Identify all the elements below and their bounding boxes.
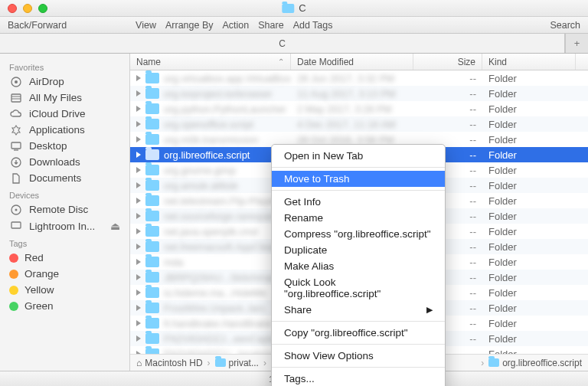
back-forward-button[interactable]: Back/Forward: [8, 20, 67, 31]
sidebar-item-downloads[interactable]: Downloads: [0, 154, 129, 170]
table-row[interactable]: org.openoffice.script 4 Dec 2017, 11:18 …: [130, 116, 588, 132]
file-size: --: [469, 287, 476, 299]
path-leaf[interactable]: org.libreoffice.script: [488, 358, 582, 368]
menu-label: Rename: [284, 212, 323, 224]
menu-tags[interactable]: Tags...: [272, 371, 445, 386]
sidebar-item-all-my-files[interactable]: All My Files: [0, 90, 129, 106]
menu-open-new-tab[interactable]: Open in New Tab: [272, 148, 445, 164]
menu-show-view-options[interactable]: Show View Options: [272, 348, 445, 364]
column-size[interactable]: Size: [413, 54, 482, 70]
menu-rename[interactable]: Rename: [272, 210, 445, 226]
disclosure-triangle-icon[interactable]: [136, 244, 141, 250]
menu-compress[interactable]: Compress "org.libreoffice.script": [272, 226, 445, 242]
chevron-right-icon: ›: [207, 358, 211, 368]
sidebar-item-applications[interactable]: Applications: [0, 122, 129, 138]
sidebar-item-lightroom-in-[interactable]: Lightroom In...⏏: [0, 218, 129, 234]
folder-icon: [145, 226, 159, 237]
tab-add-button[interactable]: +: [565, 34, 588, 53]
menu-separator: [272, 167, 445, 168]
eject-icon[interactable]: ⏏: [110, 220, 120, 232]
tab-c[interactable]: C: [0, 34, 565, 53]
column-date[interactable]: Date Modified: [291, 54, 413, 70]
sidebar-item-label: Red: [24, 252, 44, 263]
file-name: FN2V83ADZJ...eenCapture: [164, 333, 286, 345]
toolbar: Back/Forward View Arrange By Action Shar…: [0, 17, 588, 34]
disclosure-triangle-icon[interactable]: [136, 274, 141, 280]
menu-get-info[interactable]: Get Info: [272, 194, 445, 210]
sidebar-item-icloud-drive[interactable]: iCloud Drive: [0, 106, 129, 122]
share-button[interactable]: Share: [258, 20, 283, 31]
disclosure-triangle-icon[interactable]: [136, 259, 141, 265]
file-name: net.freemacsoft.AppCleaner: [164, 241, 288, 253]
disclosure-triangle-icon[interactable]: [136, 320, 141, 326]
sidebar-item-remote-disc[interactable]: Remote Disc: [0, 201, 129, 218]
add-tags-button[interactable]: Add Tags: [293, 20, 333, 31]
sidebar-head-favorites: Favorites: [0, 58, 129, 74]
menu-copy[interactable]: Copy "org.libreoffice.script": [272, 325, 445, 341]
apps-icon: [9, 125, 23, 136]
sidebar-item-label: Downloads: [29, 156, 80, 168]
disclosure-triangle-icon[interactable]: [136, 167, 141, 173]
minimize-icon[interactable]: [23, 4, 32, 13]
table-row[interactable]: org.virtualbox.app.VirtualBox 28 Jun 201…: [130, 70, 588, 86]
path-root[interactable]: ⌂ Macintosh HD: [136, 358, 203, 368]
folder-icon: [145, 257, 159, 267]
path-mid[interactable]: privat...: [215, 358, 259, 368]
sidebar-tag-yellow[interactable]: Yellow: [0, 282, 129, 298]
table-row[interactable]: org.torproject.torbrowser 11 Aug 2017, 3…: [130, 86, 588, 101]
sidebar-item-label: Desktop: [29, 140, 67, 152]
path-mid-label: privat...: [229, 358, 259, 368]
file-size: --: [469, 134, 476, 146]
folder-icon: [145, 149, 159, 160]
folder-icon: [145, 119, 159, 129]
column-size-label: Size: [458, 57, 475, 67]
view-button[interactable]: View: [136, 20, 156, 31]
menu-separator: [272, 321, 445, 322]
sidebar-item-label: Remote Disc: [29, 204, 88, 215]
zoom-icon[interactable]: [38, 4, 47, 13]
arrange-by-button[interactable]: Arrange By: [165, 20, 214, 31]
disclosure-triangle-icon[interactable]: [136, 305, 141, 311]
disclosure-triangle-icon[interactable]: [136, 213, 141, 219]
allfiles-icon: [9, 93, 23, 103]
disclosure-triangle-icon[interactable]: [136, 228, 141, 234]
action-button[interactable]: Action: [223, 20, 250, 31]
disclosure-triangle-icon[interactable]: [136, 121, 141, 127]
disclosure-triangle-icon[interactable]: [136, 75, 141, 81]
disclosure-triangle-icon[interactable]: [136, 290, 141, 296]
search-button[interactable]: Search: [550, 20, 580, 31]
menu-quick-look[interactable]: Quick Look "org.libreoffice.script": [272, 274, 445, 302]
column-headers: Name ⌃ Date Modified Size Kind: [130, 54, 588, 70]
close-icon[interactable]: [8, 4, 17, 13]
column-date-label: Date Modified: [297, 57, 354, 67]
menu-make-alias[interactable]: Make Alias: [272, 258, 445, 274]
menu-duplicate[interactable]: Duplicate: [272, 242, 445, 258]
disclosure-triangle-icon[interactable]: [136, 136, 141, 142]
disclosure-triangle-icon[interactable]: [136, 152, 141, 158]
sidebar-tag-orange[interactable]: Orange: [0, 266, 129, 282]
file-kind: Folder: [488, 211, 517, 222]
desktop-icon: [9, 141, 23, 152]
disclosure-triangle-icon[interactable]: [136, 198, 141, 204]
column-kind-label: Kind: [488, 57, 507, 67]
disclosure-triangle-icon[interactable]: [136, 335, 141, 342]
sidebar-item-label: All My Files: [29, 92, 82, 103]
sidebar-item-documents[interactable]: Documents: [0, 170, 129, 186]
sidebar-item-desktop[interactable]: Desktop: [0, 138, 129, 154]
sidebar-item-airdrop[interactable]: AirDrop: [0, 74, 129, 90]
disclosure-triangle-icon[interactable]: [136, 351, 141, 354]
column-name[interactable]: Name ⌃: [130, 54, 291, 70]
disclosure-triangle-icon[interactable]: [136, 106, 141, 112]
disclosure-triangle-icon[interactable]: [136, 90, 141, 96]
column-kind[interactable]: Kind: [482, 54, 576, 70]
folder-icon: [215, 358, 226, 367]
menu-share[interactable]: Share▶: [272, 302, 445, 318]
table-row[interactable]: org.python.PythonLauncher 2 May 2017, 3:…: [130, 101, 588, 116]
file-kind: Folder: [488, 272, 517, 283]
disclosure-triangle-icon[interactable]: [136, 182, 141, 188]
file-date: 11 Aug 2017, 3:13 PM: [297, 88, 396, 100]
sidebar-tag-green[interactable]: Green: [0, 298, 129, 314]
file-name: org.amule.aMule: [164, 180, 238, 191]
menu-move-to-trash[interactable]: Move to Trash: [272, 171, 445, 187]
sidebar-tag-red[interactable]: Red: [0, 250, 129, 266]
